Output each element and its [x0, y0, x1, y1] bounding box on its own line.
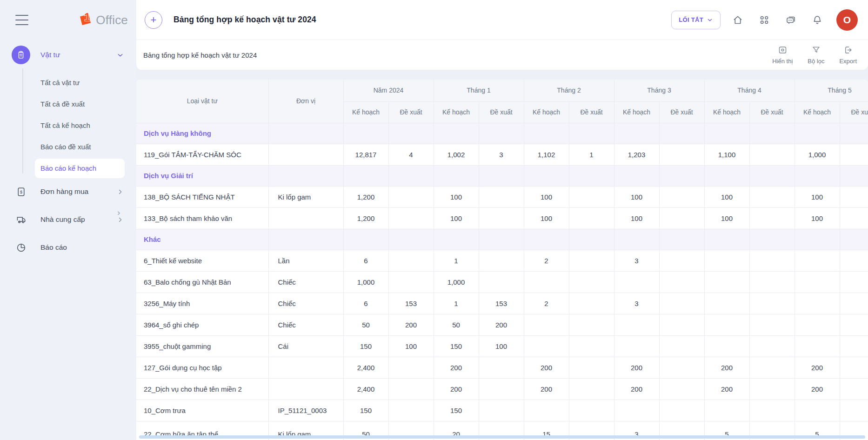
svg-text:1: 1 [84, 11, 90, 23]
subcol-header-de-xuat: Đề xuất [659, 101, 704, 123]
value-cell [749, 378, 795, 400]
sidebar-item-label: Báo cáo [40, 243, 67, 252]
truck-icon [12, 210, 30, 229]
material-row[interactable]: 3955_chuột gammingCái150100150100 [136, 335, 868, 357]
value-cell [749, 357, 795, 378]
material-row[interactable]: 3256_Máy tínhChiếc6153115323 [136, 293, 868, 314]
value-cell [569, 229, 614, 250]
value-cell: 1,203 [614, 144, 659, 165]
sidebar-collapse-handle[interactable]: › [117, 207, 120, 218]
toolbar-action-label: Export [839, 58, 857, 65]
bo-loc-button[interactable]: Bộ lọc [808, 45, 824, 65]
hamburger-menu-icon[interactable] [15, 11, 29, 29]
value-cell [524, 229, 569, 250]
value-cell: 1,100 [704, 144, 749, 165]
value-cell [749, 314, 795, 335]
shortcut-button[interactable]: LỐI TẮT [671, 11, 721, 29]
sidebar-subitem-tat-ca-vat-tu[interactable]: Tất cả vật tư [35, 72, 125, 93]
value-cell [659, 123, 704, 144]
material-row[interactable]: 6_Thiết kế websiteLần6123 [136, 250, 868, 271]
value-cell [840, 165, 868, 186]
page-title: Bảng tổng hợp kế hoạch vật tư 2024 [174, 15, 316, 25]
value-cell: 150 [434, 400, 479, 421]
material-name-cell: 119_Gói TẮM-TẨY-CHĂM SÓC [136, 144, 268, 165]
value-cell [795, 293, 840, 314]
value-cell [749, 165, 795, 186]
value-cell: 50 [434, 314, 479, 335]
material-name-cell: 138_BỘ SÁCH TIẾNG NHẬT [136, 186, 268, 207]
sidebar-subitem-tat-ca-de-xuat[interactable]: Tất cả đề xuất [35, 93, 125, 115]
value-cell: 3 [614, 250, 659, 271]
sidebar-item-don-hang-mua[interactable]: $Đơn hàng mua [0, 181, 136, 202]
value-cell [659, 357, 704, 378]
hien-thi-button[interactable]: Hiển thị [772, 45, 793, 65]
value-cell [795, 400, 840, 421]
value-cell [614, 400, 659, 421]
material-row[interactable]: 22_Dịch vụ cho thuê tên miền 22,40020020… [136, 378, 868, 400]
value-cell [614, 229, 659, 250]
category-row[interactable]: Dịch vụ Hàng không [136, 123, 868, 144]
value-cell: 1 [434, 293, 479, 314]
unit-cell: Cái [268, 335, 343, 357]
value-cell: 150 [343, 335, 388, 357]
value-cell [659, 207, 704, 229]
value-cell [704, 293, 749, 314]
export-button[interactable]: Export [839, 45, 857, 65]
page-header: + Bảng tổng hợp kế hoạch vật tư 2024 LỐI… [136, 0, 868, 40]
value-cell [795, 335, 840, 357]
value-cell: 100 [795, 186, 840, 207]
home-icon[interactable] [724, 14, 751, 26]
value-cell [388, 165, 434, 186]
value-cell [704, 165, 749, 186]
value-cell: 3 [614, 293, 659, 314]
value-cell [343, 229, 388, 250]
material-row[interactable]: 3964_sổ ghi chépChiếc5020050200 [136, 314, 868, 335]
chevron-down-icon [116, 51, 124, 59]
value-cell: 100 [524, 186, 569, 207]
value-cell [795, 314, 840, 335]
sidebar-subitem-bao-cao-de-xuat[interactable]: Báo cáo đề xuất [35, 136, 125, 158]
category-name-cell: Dịch vụ Giải trí [136, 165, 268, 186]
value-cell: 12,817 [343, 144, 388, 165]
category-row[interactable]: Khác [136, 229, 868, 250]
material-name-cell: 133_Bộ sách tham khảo văn [136, 207, 268, 229]
app-logo[interactable]: 1 Office [77, 11, 128, 29]
value-cell [569, 271, 614, 293]
value-cell [659, 400, 704, 421]
value-cell [749, 400, 795, 421]
material-row[interactable]: 133_Bộ sách tham khảo văn1,2001001001001… [136, 207, 868, 229]
value-cell: 3 [479, 144, 524, 165]
value-cell: 2,400 [343, 378, 388, 400]
table-body: Dịch vụ Hàng không119_Gói TẮM-TẨY-CHĂM S… [136, 123, 868, 440]
sidebar-subitem-bao-cao-ke-hoach[interactable]: Báo cáo kế hoạch [35, 159, 125, 178]
user-avatar[interactable]: O [836, 9, 858, 31]
horizontal-scrollbar[interactable] [139, 435, 865, 439]
unit-cell [268, 357, 343, 378]
material-row[interactable]: 10_Cơm trưaIP_51121_0003150150 [136, 400, 868, 421]
apps-grid-icon[interactable] [751, 14, 777, 26]
add-button[interactable]: + [145, 11, 162, 29]
value-cell [749, 229, 795, 250]
material-row[interactable]: 63_Balo chống gù Nhật BảnChiếc1,0001,000 [136, 271, 868, 293]
subcol-header-ke-hoach: Kế hoạch [524, 101, 569, 123]
unit-cell: Chiếc [268, 293, 343, 314]
category-row[interactable]: Dịch vụ Giải trí [136, 165, 868, 186]
subcol-header-de-xuat: Đề xuất [388, 101, 434, 123]
sidebar-item-vat-tu[interactable]: Vật tư [0, 44, 136, 66]
value-cell [840, 229, 868, 250]
notification-bell-icon[interactable] [804, 14, 830, 26]
material-row[interactable]: 127_Gói dụng cụ học tập2,400200200200200… [136, 357, 868, 378]
sidebar-item-nha-cung-cap[interactable]: Nhà cung cấp [0, 209, 136, 230]
sidebar-item-bao-cao[interactable]: Báo cáo [0, 237, 136, 258]
material-row[interactable]: 138_BỘ SÁCH TIẾNG NHẬTKi lốp gam1,200100… [136, 186, 868, 207]
value-cell: 2,400 [343, 357, 388, 378]
chat-icon[interactable] [777, 14, 804, 26]
subcol-header-de-xuat: Đề xuất [479, 101, 524, 123]
value-cell [749, 186, 795, 207]
material-row[interactable]: 119_Gói TẮM-TẨY-CHĂM SÓC12,81741,00231,1… [136, 144, 868, 165]
value-cell [749, 207, 795, 229]
unit-cell: IP_51121_0003 [268, 400, 343, 421]
sidebar: 1 Office Vật tưTất cả vật tưTất cả đề xu… [0, 0, 136, 440]
subcol-header-de-xuat: Đề xuất [749, 101, 795, 123]
sidebar-subitem-tat-ca-ke-hoach[interactable]: Tất cả kế hoạch [35, 115, 125, 136]
